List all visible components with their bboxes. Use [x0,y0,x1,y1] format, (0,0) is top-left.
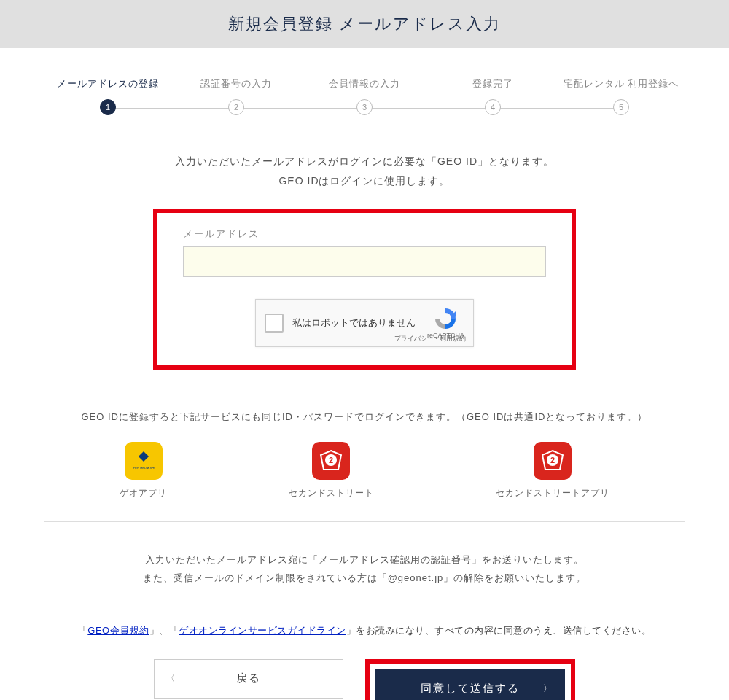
geo-app-icon: HYPER MEDIA SHOP [125,442,163,480]
page-header: 新規会員登録 メールアドレス入力 [0,0,729,48]
step-label: 宅配レンタル 利用登録へ [557,77,685,90]
step-2: 認証番号の入力 2 [172,77,300,115]
step-5: 宅配レンタル 利用登録へ 5 [557,77,685,115]
services-panel: GEO IDに登録すると下記サービスにも同じID・パスワードでログインできます。… [44,392,685,522]
step-label: メールアドレスの登録 [44,77,172,90]
progress-stepper: メールアドレスの登録 1 認証番号の入力 2 会員情報の入力 3 登録完了 4 … [44,77,685,115]
service-name: ゲオアプリ [120,487,167,499]
step-label: 認証番号の入力 [172,77,300,90]
step-label: 登録完了 [429,77,557,90]
recaptcha-checkbox[interactable] [265,314,284,332]
service-second-street-app: 2 セカンドストリートアプリ [496,442,609,499]
service-geo-app: HYPER MEDIA SHOP ゲオアプリ [120,442,167,499]
step-label: 会員情報の入力 [300,77,429,90]
svg-rect-1 [139,451,149,462]
recaptcha-label: 私はロボットではありません [292,317,427,330]
chevron-left-icon: 〈 [166,672,176,685]
chevron-right-icon: 〉 [543,682,553,695]
svg-text:HYPER MEDIA SHOP: HYPER MEDIA SHOP [133,466,155,470]
back-button[interactable]: 〈 戻る [154,659,343,699]
email-input[interactable] [183,246,546,277]
page-title: 新規会員登録 メールアドレス入力 [0,13,729,35]
intro-line-2: GEO IDはログインに使用します。 [44,171,685,191]
second-street-icon: 2 [312,442,350,480]
step-circle: 1 [100,99,116,115]
button-row: 〈 戻る 同意して送信する 〉 [44,659,685,700]
terms-text: 「GEO会員規約」、「ゲオオンラインサービスガイドライン」をお読みになり、すべて… [44,624,685,637]
step-3: 会員情報の入力 3 [300,77,429,115]
recaptcha-links[interactable]: プライバシー - 利用規約 [394,334,466,343]
svg-text:2: 2 [329,456,333,464]
step-circle: 4 [485,99,501,115]
back-button-label: 戻る [236,672,261,685]
email-highlight-box: メールアドレス 私はロボットではありません reCAPTCHA プライバシー -… [153,209,576,370]
step-1: メールアドレスの登録 1 [44,77,172,115]
recaptcha-logo-icon [434,307,457,330]
terms-link-guideline[interactable]: ゲオオンラインサービスガイドライン [179,625,346,636]
service-name: セカンドストリートアプリ [496,487,609,499]
step-circle: 2 [228,99,244,115]
submit-highlight-box: 同意して送信する 〉 [365,659,575,700]
intro-line-1: 入力いただいたメールアドレスがログインに必要な「GEO ID」となります。 [44,152,685,171]
note-line-2: また、受信メールのドメイン制限をされている方は「@geonet.jp」の解除をお… [44,569,685,588]
step-4: 登録完了 4 [429,77,557,115]
submit-button[interactable]: 同意して送信する 〉 [375,669,565,700]
recaptcha-widget[interactable]: 私はロボットではありません reCAPTCHA プライバシー - 利用規約 [255,299,474,347]
intro-text: 入力いただいたメールアドレスがログインに必要な「GEO ID」となります。 GE… [44,152,685,190]
note-line-1: 入力いただいたメールアドレス宛に「メールアドレス確認用の認証番号」をお送りいたし… [44,551,685,569]
step-circle: 5 [613,99,629,115]
service-second-street: 2 セカンドストリート [289,442,374,499]
svg-text:2: 2 [550,456,555,464]
services-intro: GEO IDに登録すると下記サービスにも同じID・パスワードでログインできます。… [59,411,670,424]
step-circle: 3 [356,99,373,115]
service-name: セカンドストリート [289,487,374,499]
submit-button-label: 同意して送信する [421,682,520,696]
email-label: メールアドレス [183,228,546,241]
second-street-app-icon: 2 [534,442,572,480]
terms-link-geo[interactable]: GEO会員規約 [87,625,149,636]
notes: 入力いただいたメールアドレス宛に「メールアドレス確認用の認証番号」をお送りいたし… [44,551,685,587]
